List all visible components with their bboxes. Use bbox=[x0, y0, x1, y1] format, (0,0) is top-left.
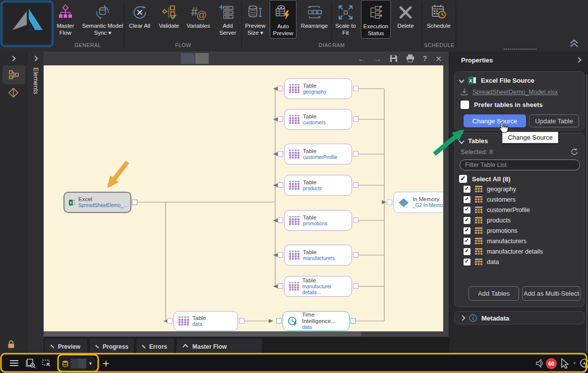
pointer-tool-button[interactable] bbox=[560, 358, 570, 369]
input-port[interactable] bbox=[167, 318, 173, 323]
node-excel-source[interactable]: X Excel SpreadSheetDemo_... bbox=[63, 192, 131, 213]
input-port[interactable] bbox=[278, 217, 283, 223]
back-button[interactable]: ← bbox=[358, 55, 365, 62]
connection-dropdown[interactable]: ▼ bbox=[60, 357, 95, 371]
node-table-promotions[interactable]: Table promotions bbox=[284, 210, 352, 231]
variables-button[interactable]: #@ Variables bbox=[184, 0, 213, 39]
input-port[interactable] bbox=[278, 182, 283, 188]
input-port[interactable] bbox=[278, 86, 283, 91]
item-checkbox[interactable] bbox=[464, 227, 470, 234]
report-view-button[interactable] bbox=[26, 359, 36, 368]
add-as-multi-select-button[interactable]: Add as Multi-Select bbox=[522, 286, 581, 301]
item-checkbox[interactable] bbox=[464, 248, 470, 255]
execution-status-button[interactable]: Execution Status bbox=[361, 0, 391, 39]
node-table-data[interactable]: Table data bbox=[174, 311, 238, 331]
expand-elements-icon[interactable] bbox=[32, 55, 38, 61]
node-table-geography[interactable]: Table geography bbox=[284, 78, 352, 99]
node-table-products[interactable]: Table products bbox=[284, 175, 352, 196]
tab-preview[interactable]: Preview bbox=[45, 339, 87, 354]
input-port[interactable] bbox=[278, 283, 283, 289]
delete-button[interactable]: Delete bbox=[393, 0, 418, 39]
preview-size-button[interactable]: Preview Size ▾ bbox=[243, 0, 268, 39]
semantic-model-sync-button[interactable]: Semantic Model Sync ▾ bbox=[81, 0, 124, 39]
table-list-item[interactable]: promotions bbox=[455, 225, 584, 236]
table-list-item[interactable]: manufacturers bbox=[455, 236, 584, 246]
panel-scrollbar[interactable] bbox=[586, 74, 588, 352]
node-table-manufacturer-details[interactable]: Table manufacturer details... bbox=[284, 276, 352, 297]
dropdown-caret-button[interactable]: ▼ bbox=[573, 361, 577, 366]
metadata-section[interactable]: Metadata bbox=[454, 311, 585, 324]
input-port[interactable] bbox=[387, 200, 392, 205]
input-port[interactable] bbox=[276, 318, 282, 323]
output-port[interactable] bbox=[353, 151, 358, 157]
node-in-memory[interactable]: In Memory _G2 In-Memory bbox=[393, 192, 449, 213]
input-port[interactable] bbox=[278, 252, 283, 258]
download-icon[interactable] bbox=[461, 88, 468, 96]
excel-file-source-header[interactable]: X Excel File Source bbox=[455, 72, 584, 84]
forward-button[interactable]: → bbox=[374, 55, 381, 62]
clear-all-button[interactable]: Clear All bbox=[125, 0, 154, 39]
table-list-item[interactable]: manufacturer details bbox=[455, 246, 584, 257]
item-checkbox[interactable] bbox=[464, 217, 470, 224]
add-tables-button[interactable]: Add Tables bbox=[469, 286, 519, 301]
panel-drag-handle[interactable] bbox=[504, 49, 536, 50]
item-checkbox[interactable] bbox=[464, 207, 470, 213]
auto-preview-button[interactable]: Auto Preview bbox=[270, 0, 296, 39]
output-port[interactable] bbox=[353, 283, 358, 289]
rearrange-button[interactable]: Rearrange bbox=[298, 0, 330, 39]
output-port[interactable] bbox=[353, 86, 358, 91]
output-port[interactable] bbox=[239, 318, 244, 323]
table-list-item[interactable]: customerProfile bbox=[455, 205, 584, 215]
table-list-item[interactable]: customers bbox=[455, 194, 584, 205]
node-table-customerprofile[interactable]: Table customerProfile bbox=[284, 144, 352, 164]
tab-master-flow[interactable]: Master Flow bbox=[176, 339, 262, 354]
select-all-row[interactable]: Select All (8) bbox=[455, 170, 584, 184]
output-port[interactable] bbox=[353, 217, 358, 223]
node-time-intelligence[interactable]: Time Intelligence... data bbox=[283, 311, 350, 331]
help-button[interactable]: ? bbox=[423, 55, 427, 62]
lock-icon[interactable] bbox=[7, 340, 15, 349]
validate-button[interactable]: Validate bbox=[156, 0, 182, 39]
node-table-manufacturers[interactable]: Table manufacturers bbox=[284, 245, 352, 266]
input-port[interactable] bbox=[278, 151, 283, 157]
prefer-tables-checkbox[interactable] bbox=[461, 101, 469, 109]
selection-view-button[interactable] bbox=[42, 359, 52, 368]
sound-toggle-button[interactable] bbox=[535, 359, 544, 368]
output-port[interactable] bbox=[353, 252, 358, 258]
input-port[interactable] bbox=[278, 116, 283, 122]
collapse-ribbon-button[interactable] bbox=[569, 39, 579, 50]
close-canvas-button[interactable]: ✕ bbox=[435, 55, 442, 62]
source-file-link[interactable]: SpreadSheetDemo_Model.xlsx bbox=[472, 89, 558, 96]
save-icon[interactable] bbox=[390, 54, 398, 62]
sidebar-tab-flow[interactable] bbox=[2, 65, 25, 84]
semantic-diamond-icon[interactable] bbox=[8, 87, 19, 98]
add-server-button[interactable]: Add Server bbox=[215, 0, 241, 39]
table-list-item[interactable]: data bbox=[455, 257, 584, 267]
output-port[interactable] bbox=[132, 200, 137, 205]
elements-tab-label[interactable]: Elements bbox=[32, 67, 40, 94]
collapse-panel-icon[interactable] bbox=[576, 57, 581, 62]
schedule-button[interactable]: Schedule bbox=[424, 0, 454, 39]
output-port[interactable] bbox=[353, 116, 358, 122]
app-logo[interactable] bbox=[0, 0, 55, 48]
item-checkbox[interactable] bbox=[464, 186, 470, 193]
item-checkbox[interactable] bbox=[464, 196, 470, 203]
output-port[interactable] bbox=[353, 182, 358, 188]
filter-table-input[interactable] bbox=[460, 160, 580, 170]
notification-badge[interactable]: 60 bbox=[546, 358, 557, 369]
node-table-customers[interactable]: Table customers bbox=[284, 109, 352, 130]
record-status-button[interactable] bbox=[579, 358, 588, 369]
expand-sidebar-icon[interactable] bbox=[10, 55, 15, 61]
print-icon[interactable] bbox=[406, 54, 414, 62]
master-flow-button[interactable]: Master Flow bbox=[52, 0, 79, 39]
flow-diagram-canvas[interactable]: X Excel SpreadSheetDemo_... Table geogra… bbox=[44, 65, 449, 337]
canvas-horizontal-scrollbar[interactable] bbox=[44, 331, 449, 337]
menu-button[interactable] bbox=[10, 360, 18, 367]
table-list-item[interactable]: geography bbox=[455, 184, 584, 194]
add-button[interactable]: + bbox=[103, 357, 109, 371]
item-checkbox[interactable] bbox=[464, 259, 470, 266]
update-table-button[interactable]: Update Table bbox=[529, 114, 579, 127]
change-source-button[interactable]: Change Source bbox=[464, 114, 526, 127]
scrollbar-thumb[interactable] bbox=[44, 332, 361, 336]
canvas-vertical-scrollbar[interactable] bbox=[443, 65, 449, 331]
